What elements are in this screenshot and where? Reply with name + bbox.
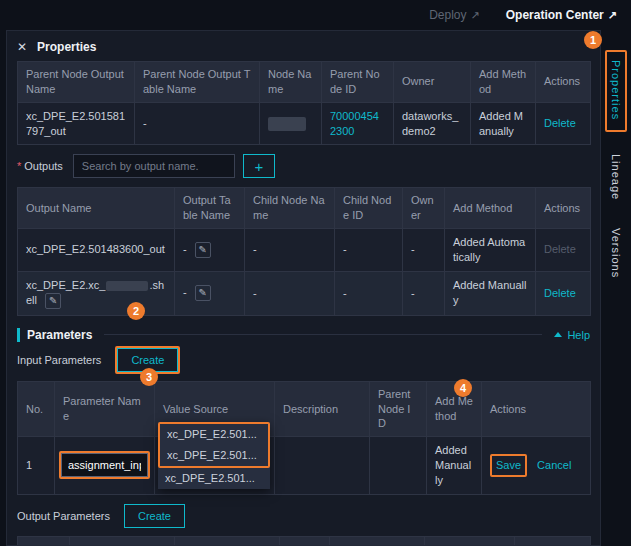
column-header: Actions xyxy=(515,536,591,546)
step-3-badge: 3 xyxy=(140,368,158,386)
delete-link[interactable]: Delete xyxy=(544,287,576,299)
cancel-button[interactable]: Cancel xyxy=(537,459,571,471)
required-mark: * xyxy=(17,160,21,172)
parameter-name-cell xyxy=(55,437,155,495)
deploy-label: Deploy xyxy=(429,8,466,22)
help-link[interactable]: Help xyxy=(554,329,590,341)
child-node-id-cell: - xyxy=(335,229,403,272)
output-table-cell: - ✎ xyxy=(175,229,245,272)
collapse-caret-icon xyxy=(554,332,562,337)
parent-node-id-cell xyxy=(370,437,427,495)
parent-table-row: xc_DPE_E2.501581797_out - 700004542300 d… xyxy=(18,102,591,145)
dropdown-option[interactable]: xc_DPE_E2.501... xyxy=(158,468,270,489)
parent-output-name-cell: xc_DPE_E2.501581797_out xyxy=(18,102,135,145)
close-icon[interactable]: ✕ xyxy=(17,40,27,54)
column-header: Node Name xyxy=(260,62,322,103)
value-source-dropdown: xc_DPE_E2.501... xc_DPE_E2.501... xc_DPE… xyxy=(158,422,270,489)
step-2-badge: 2 xyxy=(127,302,145,320)
column-header: Value xyxy=(280,536,330,546)
output-parameters-label: Output Parameters xyxy=(17,510,110,522)
output-table-cell: - ✎ xyxy=(175,271,245,315)
panel-header: ✕ Properties xyxy=(17,33,590,61)
input-parameters-header-row: No. Parameter Name Value Source Descript… xyxy=(18,381,591,437)
edit-icon[interactable]: ✎ xyxy=(195,242,211,258)
annotation-box-parameter-input xyxy=(59,451,150,479)
input-parameters-table: No. Parameter Name Value Source Descript… xyxy=(17,381,591,495)
column-header: Owner xyxy=(403,188,445,229)
output-search-input[interactable] xyxy=(73,154,235,178)
column-header: Parameter Name xyxy=(55,381,155,437)
main-area: ✕ Properties Parent Node Output Name Par… xyxy=(0,30,631,546)
output-parameters-header-row: No. Parameter Name Value Description Add… xyxy=(18,536,591,546)
operation-center-link[interactable]: Operation Center↗ xyxy=(506,8,617,22)
external-link-icon: ↗ xyxy=(608,9,617,21)
tab-lineage[interactable]: Lineage xyxy=(608,148,624,206)
parent-node-id-cell: 700004542300 xyxy=(322,102,394,145)
add-method-cell: Added Manually xyxy=(471,102,536,145)
column-header: Description xyxy=(275,381,370,437)
external-link-icon: ↗ xyxy=(471,9,480,21)
redacted-node-name xyxy=(268,117,306,131)
output-name-cell: xc_DPE_E2.xc_.shell ✎ xyxy=(18,271,175,315)
node-name-cell xyxy=(260,102,322,145)
outputs-table: Output Name Output Table Name Child Node… xyxy=(17,187,591,315)
actions-cell: Delete xyxy=(536,271,591,315)
output-table-value: - xyxy=(183,243,187,255)
deploy-link: Deploy↗ xyxy=(429,8,480,22)
annotation-box-dropdown-options: xc_DPE_E2.501... xc_DPE_E2.501... xyxy=(158,422,270,468)
parameter-name-input[interactable] xyxy=(61,453,148,477)
owner-cell: - xyxy=(403,271,445,315)
tab-versions[interactable]: Versions xyxy=(608,222,624,284)
divider xyxy=(104,334,542,335)
topbar: Deploy↗ Operation Center↗ xyxy=(0,0,631,30)
step-1-badge: 1 xyxy=(584,31,602,49)
column-header: Parent Node Output Table Name xyxy=(135,62,260,103)
column-header: Actions xyxy=(536,62,591,103)
column-header: Parent Node ID xyxy=(370,381,427,437)
edit-glyph: ✎ xyxy=(199,244,207,255)
column-header: Owner xyxy=(394,62,471,103)
column-header: No. xyxy=(18,381,55,437)
edit-icon[interactable]: ✎ xyxy=(195,285,211,301)
edit-icon[interactable]: ✎ xyxy=(45,293,61,309)
column-header: No. xyxy=(18,536,70,546)
column-header: Actions xyxy=(536,188,591,229)
input-parameter-edit-row: 1 Please Select Added Manually xyxy=(18,437,591,495)
column-header: Output Name xyxy=(18,188,175,229)
add-method-cell: Added Manually xyxy=(445,271,536,315)
column-header: Child Node ID xyxy=(335,188,403,229)
input-parameters-toolbar: Input Parameters Create xyxy=(17,347,590,373)
parent-node-table: Parent Node Output Name Parent Node Outp… xyxy=(17,61,591,145)
column-header: Add Method xyxy=(425,536,515,546)
output-name-cell: xc_DPE_E2.501483600_out xyxy=(18,229,175,272)
child-node-name-cell: - xyxy=(245,271,335,315)
parent-node-id-link[interactable]: 700004542300 xyxy=(330,110,379,137)
outputs-table-row: xc_DPE_E2.xc_.shell ✎ - ✎ - - - Added Ma… xyxy=(18,271,591,315)
dropdown-option[interactable]: xc_DPE_E2.501... xyxy=(160,445,268,466)
column-header xyxy=(175,536,280,546)
output-name-prefix: xc_DPE_E2.xc_ xyxy=(26,279,105,291)
delete-link[interactable]: Delete xyxy=(544,117,576,129)
output-parameters-table: No. Parameter Name Value Description Add… xyxy=(17,536,591,546)
column-header: Parent Node ID xyxy=(322,62,394,103)
actions-cell: Delete xyxy=(536,229,591,272)
create-output-parameter-button[interactable]: Create xyxy=(124,504,185,528)
edit-glyph: ✎ xyxy=(199,287,207,298)
add-output-button[interactable]: + xyxy=(243,154,275,178)
add-method-cell: Added Automatically xyxy=(445,229,536,272)
column-header: Output Table Name xyxy=(175,188,245,229)
child-node-name-cell: - xyxy=(245,229,335,272)
column-header: Add Method xyxy=(471,62,536,103)
actions-cell: Delete xyxy=(536,102,591,145)
dropdown-option[interactable]: xc_DPE_E2.501... xyxy=(160,424,268,445)
parent-output-table-cell: - xyxy=(135,102,260,145)
description-cell xyxy=(275,437,370,495)
operation-center-label: Operation Center xyxy=(506,8,604,22)
column-header: Description xyxy=(330,536,425,546)
outputs-table-row: xc_DPE_E2.501483600_out - ✎ - - - Added … xyxy=(18,229,591,272)
parameters-section-header: Parameters Help xyxy=(17,327,590,343)
tab-properties[interactable]: Properties xyxy=(608,54,624,126)
save-button[interactable]: Save xyxy=(496,459,521,471)
edit-glyph: ✎ xyxy=(49,295,57,306)
child-node-id-cell: - xyxy=(335,271,403,315)
